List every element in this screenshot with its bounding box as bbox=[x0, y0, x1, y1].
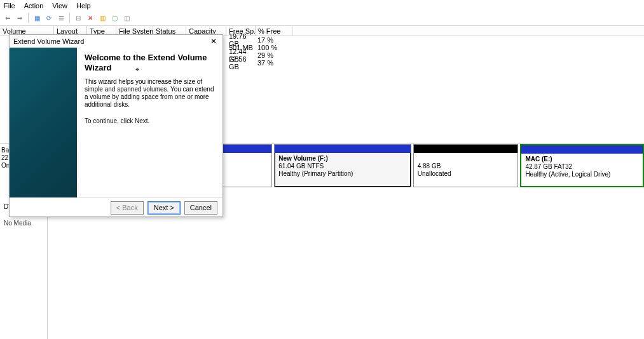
col-pctfree[interactable]: % Free bbox=[256, 26, 292, 36]
partition-size: 61.04 GB NTFS bbox=[278, 163, 407, 170]
cell-free: 22.56 GB bbox=[229, 55, 257, 70]
partition-status: Unallocated bbox=[418, 170, 514, 178]
menu-file[interactable]: File bbox=[4, 2, 15, 10]
wizard-titlebar[interactable]: Extend Volume Wizard ✕ bbox=[10, 35, 223, 48]
partition-stripe bbox=[414, 145, 518, 153]
disk-info: Ba 22 On bbox=[0, 144, 10, 187]
wizard-content: Welcome to the Extend Volume Wizard This… bbox=[77, 48, 223, 197]
cancel-button[interactable]: Cancel bbox=[184, 201, 217, 215]
back-button: < Back bbox=[111, 201, 144, 215]
partition-size: 4.88 GB bbox=[418, 163, 514, 170]
next-button[interactable]: Next > bbox=[147, 201, 181, 215]
partition-status: Healthy (Active, Logical Drive) bbox=[525, 171, 639, 178]
wizard-paragraph: This wizard helps you increase the size … bbox=[85, 78, 215, 109]
properties-icon[interactable]: ▥ bbox=[97, 13, 107, 23]
no-media-label: No Media bbox=[4, 220, 31, 227]
nav-back-icon[interactable]: ⬅ bbox=[3, 13, 13, 23]
refresh-icon[interactable]: ⟳ bbox=[44, 13, 54, 23]
menubar: File Action View Help bbox=[0, 0, 644, 11]
partition-stripe bbox=[275, 145, 411, 153]
wizard-title-text: Extend Volume Wizard bbox=[13, 37, 84, 45]
partition-status: Healthy (Primary Partition) bbox=[278, 170, 407, 178]
disk-icon[interactable]: ⊟ bbox=[73, 13, 83, 23]
partition-unallocated[interactable]: 4.88 GB Unallocated bbox=[413, 144, 519, 187]
separator bbox=[28, 13, 29, 23]
wizard-sidebar-graphic bbox=[10, 48, 77, 197]
nav-forward-icon[interactable]: ➡ bbox=[15, 13, 25, 23]
extend-volume-wizard: Extend Volume Wizard ✕ Welcome to the Ex… bbox=[9, 34, 223, 217]
disk-info-line: Ba bbox=[1, 147, 8, 154]
wizard-button-row: < Back Next > Cancel bbox=[10, 197, 223, 217]
cell-pct: 17 % bbox=[257, 36, 289, 44]
partition-new-volume[interactable]: New Volume (F:) 61.04 GB NTFS Healthy (P… bbox=[274, 144, 411, 187]
partition-size: 42.87 GB FAT32 bbox=[525, 163, 639, 171]
menu-action[interactable]: Action bbox=[24, 2, 44, 10]
settings-icon[interactable]: ◫ bbox=[121, 13, 132, 23]
delete-icon[interactable]: ✕ bbox=[85, 13, 95, 23]
grid-icon[interactable]: ▦ bbox=[32, 13, 42, 23]
new-icon[interactable]: ▢ bbox=[109, 13, 120, 23]
cell-pct: 100 % bbox=[257, 44, 289, 51]
partition-mac[interactable]: MAC (E:) 42.87 GB FAT32 Healthy (Active,… bbox=[520, 144, 644, 187]
menu-view[interactable]: View bbox=[52, 2, 67, 10]
close-icon[interactable]: ✕ bbox=[209, 36, 219, 46]
list-icon[interactable]: ☰ bbox=[56, 13, 66, 23]
wizard-paragraph: To continue, click Next. bbox=[85, 117, 215, 125]
partition-title: MAC (E:) bbox=[525, 156, 639, 163]
partition-title: New Volume (F:) bbox=[278, 155, 407, 163]
wizard-heading: Welcome to the Extend Volume Wizard bbox=[85, 53, 215, 73]
cell-pct: 37 % bbox=[257, 59, 289, 67]
menu-help[interactable]: Help bbox=[76, 2, 91, 10]
partition-stripe bbox=[521, 145, 643, 154]
cell-pct: 29 % bbox=[257, 51, 289, 59]
separator bbox=[69, 13, 70, 23]
disk-info-line: On bbox=[1, 162, 8, 170]
toolbar: ⬅ ➡ ▦ ⟳ ☰ ⊟ ✕ ▥ ▢ ◫ bbox=[0, 11, 644, 25]
disk-info-line: 22 bbox=[1, 154, 8, 162]
